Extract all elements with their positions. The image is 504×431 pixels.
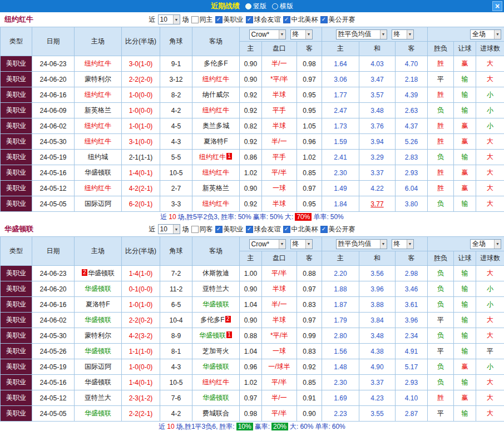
stats-footer: 近10场,胜5平2负3, 胜率:50% 赢率:50% 大:70% 单率:50% [0,212,504,222]
away-team-cell[interactable]: 纽约红牛 [192,103,240,118]
avg-home-cell: 1.59 [322,134,359,150]
avg-home-cell: 1.49 [322,181,359,196]
away-team-cell[interactable]: 纽约红牛 [192,165,240,181]
avg-draw-cell: 3.94 [359,134,396,150]
avg-odds-select[interactable]: 胜平负均值▼ [336,29,387,39]
odds-final-select[interactable]: 终▼ [290,29,313,39]
handicap-outcome-cell: 赢 [454,359,476,375]
home-team-cell[interactable]: 亚特兰大 [75,390,122,406]
match-row: 美职业24-06-02华盛顿联2-2(0-2)10-4多伦多F20.90半球0.… [1,313,504,328]
dialog-title: 近期战绩 [211,1,240,11]
away-team-cell[interactable]: 新英格兰 [192,181,240,196]
close-button[interactable]: × [492,1,502,11]
match-date-cell: 24-05-12 [32,181,75,196]
filter-open-cup-checkbox[interactable]: ✓ 美公开赛 [320,15,355,24]
home-team-cell[interactable]: 纽约红牛 [75,181,122,196]
scope-select[interactable]: 全场▼ [470,29,501,39]
home-team-cell[interactable]: 夏洛特F [75,297,122,313]
filter-same-away-checkbox[interactable]: 同客 [191,225,213,234]
checkbox-checked-icon: ✓ [283,226,290,233]
filter-friendly-checkbox[interactable]: ✓ 球会友谊 [246,15,281,24]
home-team-cell[interactable]: 华盛顿联 [75,281,122,297]
away-team-cell[interactable]: 多伦多F2 [192,313,240,328]
away-team-cell[interactable]: 芝加哥火 [192,344,240,359]
bookmaker-select[interactable]: Crow*▼ [249,239,286,249]
match-score-cell: 2-3(1-2) [122,390,160,406]
odds-away-cell: 0.97 [297,281,322,297]
away-team-cell[interactable]: 纽约红牛 [192,375,240,390]
home-team-cell[interactable]: 华盛顿联 [75,375,122,390]
home-team-cell[interactable]: 纽约红牛 [75,118,122,134]
home-team-cell[interactable]: 华盛顿联 [75,313,122,328]
scope-select[interactable]: 全场▼ [470,239,501,249]
home-team-cell[interactable]: 2华盛顿联 [75,266,122,281]
home-team-cell[interactable]: 华盛顿联 [75,406,122,422]
col-corner: 角球 [160,237,192,266]
goals-outcome-cell: 大 [476,266,504,281]
home-team-cell[interactable]: 纽约红牛 [75,56,122,72]
layout-radio-horizontal[interactable]: 横版 [272,2,293,11]
away-team-cell[interactable]: 纽约红牛1 [192,150,240,165]
avg-home-cell: 2.47 [322,103,359,118]
home-team-cell[interactable]: 纽约城 [75,150,122,165]
odds-line-cell: 一/球半 [262,359,297,375]
away-team-cell[interactable]: 华盛顿联1 [192,328,240,344]
goals-outcome-cell: 大 [476,196,504,212]
avg-odds-select[interactable]: 胜平负均值▼ [336,239,387,249]
match-row: 美职业24-06-20蒙特利尔2-2(2-0)3-12纽约红牛0.90*平/半0… [1,72,504,87]
avg-home-cell: 2.30 [322,165,359,181]
chevron-down-icon: ▼ [494,30,501,39]
home-team-cell[interactable]: 国际迈阿 [75,359,122,375]
away-team-cell[interactable]: 费城联合 [192,406,240,422]
match-count-select[interactable]: 10▼ [158,224,180,234]
odds-home-cell: 0.92 [240,196,262,212]
away-team-cell[interactable]: 休斯敦迪 [192,266,240,281]
home-team-cell[interactable]: 蒙特利尔 [75,328,122,344]
bookmaker-select[interactable]: Crow*▼ [249,29,286,39]
away-team-cell[interactable]: 纽约红牛 [192,196,240,212]
away-team-cell[interactable]: 多伦多F [192,56,240,72]
home-team-cell[interactable]: 纽约红牛 [75,134,122,150]
away-team-cell[interactable]: 纳什威尔 [192,87,240,103]
layout-radio-vertical[interactable]: 竖版 [245,2,266,11]
odds-away-cell: 0.98 [297,56,322,72]
match-count-select[interactable]: 10▼ [158,14,180,24]
away-team-cell[interactable]: 夏洛特F [192,134,240,150]
filter-friendly-checkbox[interactable]: ✓ 球会友谊 [246,225,281,234]
filter-open-cup-checkbox[interactable]: ✓ 美公开赛 [320,225,355,234]
footer-count: 10 [167,423,174,430]
goals-outcome-cell: 大 [476,165,504,181]
filter-concacaf-checkbox[interactable]: ✓ 中北美杯 [283,15,318,24]
home-team-cell[interactable]: 国际迈阿 [75,196,122,212]
goals-outcome-cell: 大 [476,72,504,87]
away-team-cell[interactable]: 亚特兰大 [192,281,240,297]
odds-home-cell: 0.90 [240,313,262,328]
avg-draw-cell: 3.47 [359,72,396,87]
match-score-cell: 3-1(0-0) [122,134,160,150]
home-team-cell[interactable]: 纽约红牛 [75,87,122,103]
match-league-cell: 美职业 [1,165,32,181]
odds-line-cell: 平手 [262,103,297,118]
match-score-cell: 1-0(1-0) [122,297,160,313]
home-team-cell[interactable]: 华盛顿联 [75,165,122,181]
avg-final-select[interactable]: 终▼ [392,239,414,249]
away-team-cell[interactable]: 纽约红牛 [192,72,240,87]
odds-final-select[interactable]: 终▼ [290,239,313,249]
filter-same-home-checkbox[interactable]: 同主 [191,15,213,24]
away-team-cell[interactable]: 华盛顿联 [192,297,240,313]
filter-mls-checkbox[interactable]: ✓ 美职业 [215,15,244,24]
filter-concacaf-checkbox[interactable]: ✓ 中北美杯 [283,225,318,234]
away-team-cell[interactable]: 华盛顿联 [192,390,240,406]
home-team-cell[interactable]: 蒙特利尔 [75,72,122,87]
avg-final-select[interactable]: 终▼ [392,29,414,39]
home-team-cell[interactable]: 华盛顿联 [75,344,122,359]
handicap-outcome-cell: 输 [454,150,476,165]
home-team-cell[interactable]: 新英格兰 [75,103,122,118]
filter-mls-checkbox[interactable]: ✓ 美职业 [215,225,244,234]
odds-line-cell: *平/半 [262,328,297,344]
avg-away-cell: 3.46 [396,281,428,297]
away-team-cell[interactable]: 华盛顿联 [192,359,240,375]
away-team-cell[interactable]: 奥兰多城 [192,118,240,134]
odds-line-cell: 平/半 [262,165,297,181]
odds-away-cell: 0.92 [297,359,322,375]
